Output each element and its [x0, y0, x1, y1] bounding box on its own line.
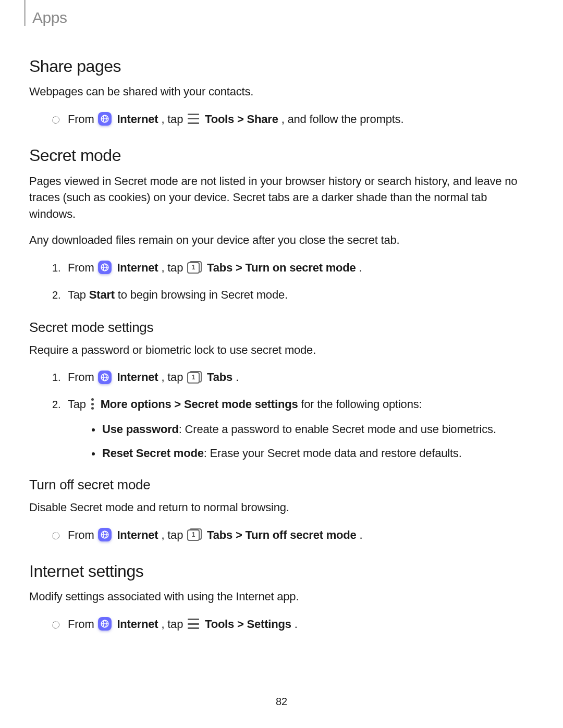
sms-step-2: 2. Tap More options > Secret mode settin…: [29, 394, 534, 414]
text-bold: Internet: [117, 618, 158, 631]
tools-menu-icon: [187, 114, 200, 124]
text: From: [68, 528, 97, 541]
share-pages-intro: Webpages can be shared with your contact…: [29, 83, 534, 100]
tabs-icon: 1: [187, 371, 202, 384]
text: to begin browsing in Secret mode.: [118, 288, 288, 301]
text-bold: Internet: [117, 261, 158, 274]
page-header: Apps: [29, 0, 534, 29]
text: Tap: [68, 288, 89, 301]
text: >: [174, 398, 184, 411]
text-bold: Tools: [205, 113, 234, 126]
heading-share-pages: Share pages: [29, 54, 534, 78]
page-number: 82: [0, 694, 563, 709]
text: , and follow the prompts.: [282, 113, 404, 126]
text: From: [68, 261, 97, 274]
breadcrumb-section: Apps: [32, 6, 534, 29]
list-bullet-icon: [92, 428, 95, 431]
heading-internet-settings: Internet settings: [29, 559, 534, 583]
text-bold: Internet: [117, 528, 158, 541]
text: Tap: [68, 398, 89, 411]
secret-mode-step-2: 2. Tap Start to begin browsing in Secret…: [29, 285, 534, 304]
list-number: 2.: [52, 288, 63, 303]
tools-menu-icon: [187, 619, 200, 629]
heading-secret-mode-settings: Secret mode settings: [29, 318, 534, 338]
heading-secret-mode: Secret mode: [29, 143, 534, 167]
text-bold: Internet: [117, 113, 158, 126]
secret-mode-step-1: 1. From Internet , tap 1 Tabs > Turn on …: [29, 258, 534, 277]
text-bold: Tabs: [207, 371, 232, 384]
text-bold: Start: [89, 288, 115, 301]
text: From: [68, 618, 97, 631]
text: .: [236, 371, 239, 384]
header-rule: [24, 0, 26, 26]
text-bold: Share: [247, 113, 278, 126]
text-bold: Tabs: [207, 528, 232, 541]
text: >: [237, 618, 247, 631]
secret-mode-settings-intro: Require a password or biometric lock to …: [29, 342, 534, 359]
share-pages-step: From Internet , tap Tools > Share , and …: [29, 109, 534, 129]
option-label: Reset Secret mode: [102, 447, 204, 460]
internet-settings-intro: Modify settings associated with using th…: [29, 588, 534, 605]
tabs-icon: 1: [187, 528, 202, 541]
option-desc: : Create a password to enable Secret mod…: [179, 423, 496, 436]
internet-settings-step: From Internet , tap Tools > Settings .: [29, 614, 534, 634]
internet-app-icon: [98, 261, 112, 274]
list-number: 1.: [52, 261, 63, 276]
text: , tap: [161, 371, 186, 384]
tabs-icon: 1: [187, 261, 202, 274]
text-bold: Turn off secret mode: [245, 528, 356, 541]
list-bullet-icon: [52, 621, 59, 628]
text-bold: Turn on secret mode: [245, 261, 356, 274]
heading-turn-off-secret: Turn off secret mode: [29, 475, 534, 495]
turn-off-step: From Internet , tap 1 Tabs > Turn off se…: [29, 525, 534, 545]
text: >: [237, 113, 247, 126]
text: >: [236, 528, 246, 541]
text-bold: Settings: [247, 618, 291, 631]
text: .: [359, 261, 362, 274]
turn-off-intro: Disable Secret mode and return to normal…: [29, 499, 534, 516]
document-page: Apps Share pages Webpages can be shared …: [0, 0, 563, 728]
sms-step-1: 1. From Internet , tap 1 Tabs .: [29, 367, 534, 387]
text: .: [295, 618, 298, 631]
text-bold: Internet: [117, 371, 158, 384]
text: , tap: [161, 618, 186, 631]
list-bullet-icon: [52, 116, 59, 124]
internet-app-icon: [98, 371, 112, 384]
sms-option-use-password: Use password: Create a password to enabl…: [29, 421, 534, 438]
more-options-icon: [90, 398, 95, 410]
list-number: 2.: [52, 397, 63, 412]
text: >: [236, 261, 246, 274]
internet-app-icon: [98, 112, 112, 126]
text: for the following options:: [301, 398, 422, 411]
internet-app-icon: [98, 528, 112, 541]
internet-app-icon: [98, 617, 112, 631]
text-bold: Secret mode settings: [184, 398, 298, 411]
secret-mode-p2: Any downloaded files remain on your devi…: [29, 232, 534, 249]
text-bold: Tabs: [207, 261, 232, 274]
option-label: Use password: [102, 423, 179, 436]
text-bold: Tools: [205, 618, 234, 631]
text: , tap: [161, 113, 186, 126]
option-desc: : Erase your Secret mode data and restor…: [204, 447, 462, 460]
text-bold: More options: [101, 398, 172, 411]
text: , tap: [161, 528, 186, 541]
secret-mode-p1: Pages viewed in Secret mode are not list…: [29, 173, 534, 223]
text: , tap: [161, 261, 186, 274]
sms-option-reset: Reset Secret mode: Erase your Secret mod…: [29, 445, 534, 462]
list-number: 1.: [52, 370, 63, 385]
text: From: [68, 113, 97, 126]
list-bullet-icon: [52, 532, 59, 539]
text: .: [360, 528, 363, 541]
text: From: [68, 371, 97, 384]
list-bullet-icon: [92, 452, 95, 455]
